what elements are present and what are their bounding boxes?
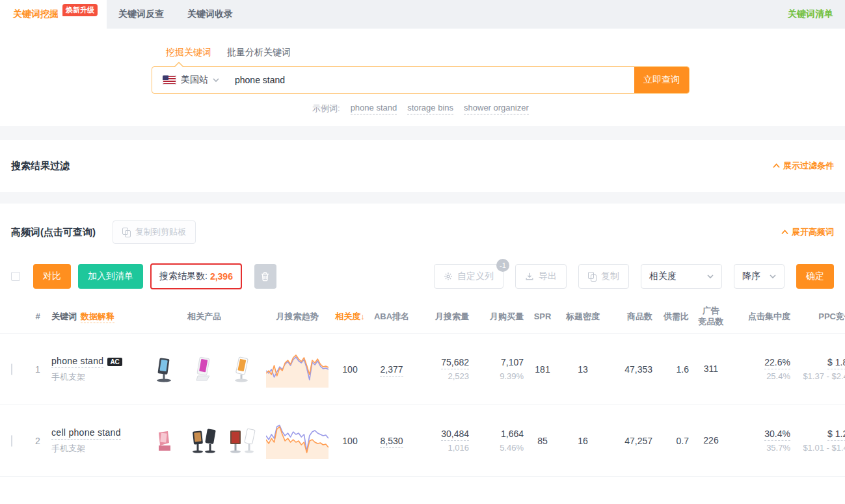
purchase-rate: 5.46% xyxy=(469,443,524,453)
keyword-link[interactable]: cell phone stand xyxy=(51,427,121,440)
search-input[interactable] xyxy=(228,67,634,93)
copy-to-clipboard-button[interactable]: 复制到剪贴板 xyxy=(113,220,196,244)
show-filters-toggle[interactable]: 展示过滤条件 xyxy=(773,160,834,172)
marketplace-label: 美国站 xyxy=(181,74,208,86)
tab-keyword-index[interactable]: 关键词收录 xyxy=(176,0,245,29)
row-checkbox[interactable] xyxy=(11,435,12,447)
col-aba-rank: ABA排名 xyxy=(368,311,416,323)
tab-label: 关键词收录 xyxy=(187,8,233,20)
chevron-down-icon xyxy=(213,77,219,83)
click-share-value[interactable]: 30.4% xyxy=(764,429,790,441)
keyword-list-link[interactable]: 关键词清单 xyxy=(788,0,833,29)
marketplace-selector[interactable]: 美国站 xyxy=(152,67,228,93)
hf-title: 高频词(点击可查询) xyxy=(11,226,96,239)
spr-value: 181 xyxy=(524,364,561,375)
trend-sparkline[interactable] xyxy=(262,423,332,459)
search-submit-button[interactable]: 立即查询 xyxy=(634,67,689,93)
subtab-mine-keywords[interactable]: 挖掘关键词 xyxy=(166,47,211,59)
col-title-density: 标题密度 xyxy=(561,311,604,323)
title-density-value: 13 xyxy=(561,364,604,375)
product-image[interactable] xyxy=(225,423,260,458)
trend-sparkline[interactable] xyxy=(262,351,332,388)
keyword-link[interactable]: phone stand xyxy=(51,356,103,368)
table-row: 1 phone standAC 手机支架 100 2,377 75,682 2,… xyxy=(0,334,845,405)
sort-field-select[interactable]: 相关度 xyxy=(641,264,722,289)
gear-icon xyxy=(444,272,453,281)
subtab-batch-analyze[interactable]: 批量分析关键词 xyxy=(227,47,291,59)
filter-section: 搜索结果过滤 展示过滤条件 xyxy=(0,140,845,192)
data-explain-link[interactable]: 数据解释 xyxy=(81,312,114,323)
product-image[interactable] xyxy=(148,423,183,458)
upgrade-badge: 焕新升级 xyxy=(62,4,98,16)
product-image[interactable] xyxy=(187,423,222,458)
customize-badge: -1 xyxy=(496,259,509,272)
col-ppc: PPC竞价 xyxy=(790,311,845,323)
col-product-count: 商品数 xyxy=(604,311,652,323)
section-divider xyxy=(0,126,845,140)
col-click-share: 点击集中度 xyxy=(733,311,790,323)
section-divider xyxy=(0,192,845,204)
spr-value: 85 xyxy=(524,436,561,446)
relevance-value: 100 xyxy=(332,364,368,375)
aba-rank-value[interactable]: 8,530 xyxy=(380,436,403,448)
tab-reverse-lookup[interactable]: 关键词反查 xyxy=(107,0,176,29)
col-trend: 月搜索趋势 xyxy=(262,311,332,323)
tab-keyword-mining[interactable]: 关键词挖掘 焕新升级 xyxy=(0,0,107,29)
add-to-list-button[interactable]: 加入到清单 xyxy=(78,264,143,289)
product-image[interactable] xyxy=(187,352,222,387)
results-toolbar: 对比 加入到清单 搜索结果数: 2,396 自定义列 -1 xyxy=(0,259,845,300)
purchase-rate: 9.39% xyxy=(469,371,524,381)
customize-columns-button[interactable]: 自定义列 -1 xyxy=(434,264,503,289)
confirm-button[interactable]: 确定 xyxy=(796,264,834,289)
ppc-value[interactable]: $ 1.87 xyxy=(827,357,845,369)
col-relevance-sort[interactable]: 相关度↓ xyxy=(332,311,368,323)
ppc-value[interactable]: $ 1.26 xyxy=(827,429,845,441)
product-image[interactable] xyxy=(148,352,183,387)
ppc-range: $1.01 - $1.41 xyxy=(790,443,845,453)
example-word[interactable]: shower organizer xyxy=(464,103,529,114)
tab-label: 关键词反查 xyxy=(118,8,164,20)
result-count-box: 搜索结果数: 2,396 xyxy=(150,263,242,289)
col-keyword: 关键词数据解释 xyxy=(47,311,146,323)
related-products xyxy=(146,423,262,458)
example-word[interactable]: storage bins xyxy=(407,103,453,114)
search-volume-value[interactable]: 75,682 xyxy=(441,357,469,369)
col-products: 相关产品 xyxy=(146,311,262,323)
ad-competitors-value: 311 xyxy=(689,364,733,375)
select-all-checkbox[interactable] xyxy=(11,272,20,281)
keyword-translation: 手机支架 xyxy=(51,371,146,383)
search-section: 挖掘关键词 批量分析关键词 美国站 立即查询 示例词: phone stand … xyxy=(0,29,845,126)
copy-results-button[interactable]: 复制 xyxy=(578,264,629,289)
row-checkbox[interactable] xyxy=(11,364,12,375)
col-supply-demand: 供需比 xyxy=(652,311,689,323)
click-share-sub: 35.7% xyxy=(733,443,790,453)
filter-section-title: 搜索结果过滤 xyxy=(11,160,70,172)
example-word[interactable]: phone stand xyxy=(351,103,397,114)
purchase-volume-value: 1,664 xyxy=(469,429,524,439)
result-count-value: 2,396 xyxy=(210,271,233,282)
tab-label: 关键词挖掘 xyxy=(13,8,59,20)
table-header: # 关键词数据解释 相关产品 月搜索趋势 相关度↓ ABA排名 月搜索量 月购买… xyxy=(0,300,845,334)
caret-up-icon xyxy=(773,163,780,168)
search-box: 美国站 立即查询 xyxy=(152,66,690,94)
ad-competitors-value: 226 xyxy=(689,435,733,447)
top-tab-bar: 关键词挖掘 焕新升级 关键词反查 关键词收录 关键词清单 xyxy=(0,0,845,29)
aba-rank-value[interactable]: 2,377 xyxy=(380,364,403,377)
click-share-value[interactable]: 22.6% xyxy=(764,357,790,369)
export-button[interactable]: 导出 xyxy=(515,264,567,289)
purchase-volume-value: 7,107 xyxy=(469,357,524,367)
product-image[interactable] xyxy=(225,352,260,387)
product-count-value: 47,257 xyxy=(604,436,652,446)
search-volume-value[interactable]: 30,484 xyxy=(441,429,469,441)
sort-desc-arrow: ↓ xyxy=(360,312,365,321)
sort-order-select[interactable]: 降序 xyxy=(734,264,785,289)
caret-up-icon xyxy=(781,230,788,235)
supply-demand-value: 1.6 xyxy=(652,364,689,375)
compare-button[interactable]: 对比 xyxy=(33,264,71,289)
ac-badge: AC xyxy=(107,358,122,366)
col-num: # xyxy=(28,312,47,321)
delete-button[interactable] xyxy=(254,264,276,289)
expand-hf-words-toggle[interactable]: 展开高频词 xyxy=(781,226,834,238)
results-panel: 高频词(点击可查询) 复制到剪贴板 展开高频词 对比 加入到清单 搜索结果数: … xyxy=(0,204,845,477)
search-volume-sub: 2,523 xyxy=(416,371,469,381)
